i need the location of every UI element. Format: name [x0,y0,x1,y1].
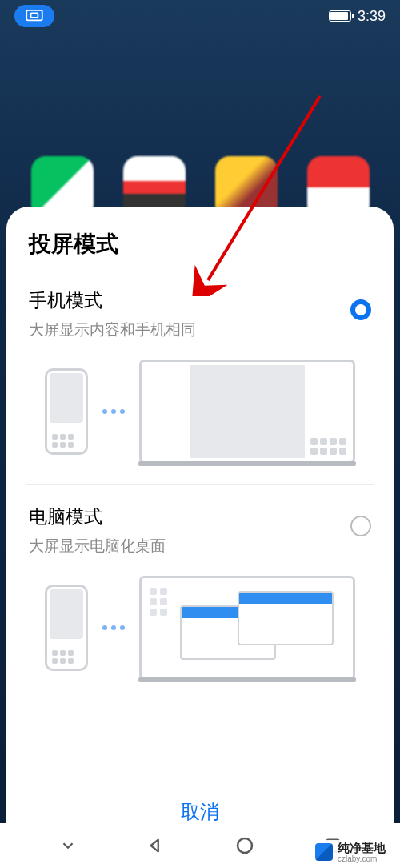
option-desktop-mode[interactable]: 电脑模式 大屏显示电脑化桌面 [6,504,394,701]
option-title: 手机模式 [29,288,350,313]
modal-title: 投屏模式 [6,229,394,259]
svg-point-3 [238,838,252,853]
battery-icon [329,10,351,22]
svg-rect-0 [26,10,42,20]
status-bar: 3:39 [0,0,400,32]
watermark-logo-icon [315,843,333,861]
svg-rect-1 [31,13,38,17]
phone-mode-illustration [29,360,371,464]
desktop-mode-illustration [29,576,371,680]
radio-unselected-icon[interactable] [350,516,371,536]
watermark: 纯净基地 czlaby.com [310,840,390,866]
nav-back-icon[interactable] [147,837,165,854]
divider [26,484,374,485]
option-title: 电脑模式 [29,504,350,529]
status-time: 3:39 [358,8,386,25]
cast-indicator[interactable] [14,5,54,27]
radio-selected-icon[interactable] [350,299,371,320]
watermark-url: czlaby.com [338,854,386,863]
option-phone-mode[interactable]: 手机模式 大屏显示内容和手机相同 [6,288,394,484]
nav-home-icon[interactable] [235,836,254,855]
watermark-title: 纯净基地 [338,842,386,855]
option-desc: 大屏显示内容和手机相同 [29,319,350,340]
nav-hide-icon[interactable] [59,837,77,854]
cast-mode-modal: 投屏模式 手机模式 大屏显示内容和手机相同 电脑模式 大屏显示电脑化桌面 [6,207,394,849]
option-desc: 大屏显示电脑化桌面 [29,536,350,557]
